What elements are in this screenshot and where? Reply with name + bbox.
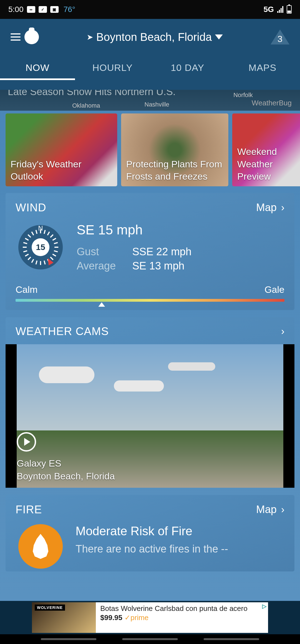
scale-low: Calm — [16, 284, 38, 295]
chevron-right-icon: › — [281, 202, 284, 214]
tab-hourly[interactable]: HOURLY — [75, 55, 150, 80]
scale-high: Gale — [264, 284, 284, 295]
ad-price: $99.95 — [100, 613, 122, 622]
location-selector[interactable]: ➤ Boynton Beach, Florida — [44, 31, 265, 43]
wind-map-link[interactable]: Map › — [256, 202, 284, 214]
news-headline: Late Season Snow Hits Northern U.S. — [8, 90, 176, 98]
location-arrow-icon: ➤ — [87, 33, 93, 42]
content-scroll[interactable]: Late Season Snow Hits Northern U.S. Nash… — [0, 90, 300, 601]
map-city: Nashville — [144, 101, 169, 108]
story-title: Weekend Weather Preview — [237, 145, 299, 182]
photo-icon: ▣ — [50, 6, 59, 13]
weatherbug-logo-icon[interactable] — [24, 30, 39, 44]
ad-text: Botas Wolverine Carlsbad con punta de ac… — [100, 604, 264, 613]
nav-home[interactable] — [122, 638, 178, 640]
alert-count: 3 — [277, 34, 283, 44]
story-card[interactable]: Protecting Plants From Frosts and Freeze… — [121, 113, 228, 186]
map-city: Norfolk — [233, 91, 253, 99]
chevron-right-icon: › — [281, 504, 284, 516]
gust-value: SSE 22 mph — [132, 246, 191, 258]
story-card[interactable]: Weekend Weather Preview — [232, 113, 300, 186]
ad-bar: WOLVERINE Botas Wolverine Carlsbad con p… — [0, 601, 300, 634]
fire-risk: Moderate Risk of Fire — [76, 524, 284, 538]
story-carousel[interactable]: Friday's Weather Outlook Protecting Plan… — [6, 113, 300, 186]
wind-title: WIND — [16, 201, 46, 214]
gust-label: Gust — [77, 246, 132, 258]
signal-icon — [277, 6, 283, 13]
map-city: Oklahoma — [72, 102, 100, 109]
wind-scale: Calm Gale — [16, 284, 284, 302]
fire-card: FIRE Map › Moderate Risk of Fire There a… — [6, 495, 294, 571]
ad-image: WOLVERINE — [32, 602, 96, 633]
ad-choices-icon[interactable]: ▷ — [262, 603, 266, 610]
fire-title: FIRE — [16, 503, 42, 516]
play-icon[interactable] — [17, 432, 36, 452]
scale-marker-icon — [98, 302, 105, 307]
wind-main: SE 15 mph — [77, 222, 284, 237]
nav-back[interactable] — [204, 638, 259, 640]
tabs: NOW HOURLY 10 DAY MAPS — [0, 55, 300, 80]
menu-button[interactable] — [11, 33, 21, 41]
cams-title: WEATHER CAMS — [16, 325, 109, 338]
wind-card: WIND Map › N 15 SE 15 mph Gust SSE 22 mp… — [6, 193, 294, 310]
system-nav-bar — [0, 634, 300, 644]
cams-card: WEATHER CAMS › Galaxy ES Boynton Beach, … — [6, 317, 294, 488]
alerts-button[interactable]: 3 — [271, 29, 289, 44]
link-label: Map — [256, 202, 277, 214]
fire-map-link[interactable]: Map › — [256, 504, 284, 516]
cam-name: Galaxy ES — [17, 457, 115, 470]
watermark: WeatherBug — [252, 99, 292, 107]
check-icon: ✓ — [39, 6, 47, 13]
wind-compass: N 15 — [18, 225, 63, 269]
location-name: Boynton Beach, Florida — [96, 31, 212, 43]
news-banner[interactable]: Late Season Snow Hits Northern U.S. Nash… — [0, 90, 300, 111]
link-label: Map — [256, 504, 277, 516]
app-header: ➤ Boynton Beach, Florida 3 NOW HOURLY 10… — [0, 19, 300, 90]
chevron-right-icon[interactable]: › — [281, 326, 284, 337]
tab-now[interactable]: NOW — [0, 55, 75, 80]
tab-10day[interactable]: 10 DAY — [150, 55, 225, 80]
chevron-down-icon — [215, 34, 223, 39]
ad-prime: ✓prime — [124, 613, 149, 622]
cam-video[interactable]: Galaxy ES Boynton Beach, Florida — [6, 344, 294, 488]
avg-value: SE 13 mph — [132, 260, 184, 272]
ad-banner[interactable]: WOLVERINE Botas Wolverine Carlsbad con p… — [32, 602, 268, 633]
story-title: Protecting Plants From Frosts and Freeze… — [126, 158, 223, 182]
tab-maps[interactable]: MAPS — [225, 55, 300, 80]
recording-icon: ∞ — [27, 6, 35, 13]
story-card[interactable]: Friday's Weather Outlook — [6, 113, 117, 186]
status-bar: 5:00 ∞ ✓ ▣ 76° 5G — [0, 0, 300, 19]
ad-brand: WOLVERINE — [35, 605, 65, 611]
status-temp: 76° — [64, 5, 75, 14]
battery-icon — [287, 5, 292, 14]
network-label: 5G — [264, 5, 274, 14]
status-time: 5:00 — [8, 5, 24, 14]
nav-recent[interactable] — [41, 638, 96, 640]
fire-icon — [18, 524, 63, 569]
story-title: Friday's Weather Outlook — [11, 158, 112, 182]
fire-desc: There are no active fires in the -- — [76, 543, 284, 555]
avg-label: Average — [77, 260, 132, 272]
cam-location: Boynton Beach, Florida — [17, 470, 115, 483]
